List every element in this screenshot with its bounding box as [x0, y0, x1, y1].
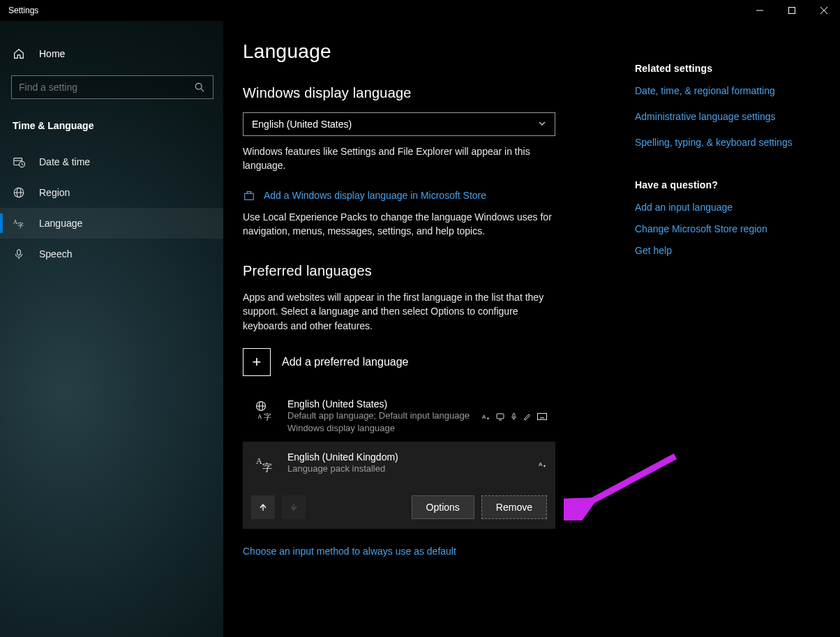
svg-text:✦: ✦: [486, 417, 490, 421]
calendar-clock-icon: [13, 156, 25, 168]
display-language-desc: Windows features like Settings and File …: [243, 144, 557, 173]
nav-item-label: Region: [39, 187, 70, 198]
svg-rect-28: [513, 414, 515, 418]
search-icon: [193, 81, 206, 93]
svg-text:字: 字: [262, 463, 272, 473]
svg-line-5: [201, 89, 204, 91]
nav-date-time[interactable]: Date & time: [0, 147, 223, 177]
display-language-select[interactable]: English (United States): [243, 112, 555, 136]
move-up-button[interactable]: [251, 495, 275, 519]
search-input[interactable]: [19, 82, 193, 93]
chevron-down-icon: [538, 119, 546, 130]
search-input-wrap[interactable]: [11, 75, 213, 99]
date-time-regional-link[interactable]: Date, time, & regional formatting: [635, 84, 805, 98]
nav-item-label: Speech: [39, 248, 72, 260]
display-language-heading: Windows display language: [243, 85, 610, 101]
plus-icon: +: [243, 348, 271, 376]
microphone-icon: [13, 248, 25, 260]
svg-rect-1: [789, 8, 795, 14]
svg-rect-30: [538, 414, 547, 420]
choose-input-method-link[interactable]: Choose an input method to always use as …: [243, 544, 610, 559]
titlebar: Settings: [0, 0, 840, 21]
window-controls: [744, 0, 840, 21]
svg-text:字: 字: [264, 412, 271, 421]
sidebar-category: Time & Language: [0, 112, 223, 147]
main-pane: Language Windows display language Englis…: [223, 21, 635, 637]
preferred-languages-desc: Apps and websites will appear in the fir…: [243, 290, 557, 333]
handwriting-icon: [523, 412, 532, 421]
svg-text:A: A: [256, 456, 262, 466]
have-question-heading: Have a question?: [635, 179, 805, 190]
svg-rect-26: [497, 414, 504, 419]
nav-speech[interactable]: Speech: [0, 239, 223, 269]
add-preferred-language-label: Add a preferred language: [282, 356, 408, 368]
options-button[interactable]: Options: [412, 495, 474, 519]
language-name: English (United Kingdom): [287, 451, 529, 463]
display-language-selected: English (United States): [252, 119, 352, 130]
add-preferred-language[interactable]: + Add a preferred language: [243, 348, 610, 376]
globe-language-icon: A 字: [251, 398, 278, 435]
language-feature-icons: A✦: [482, 398, 547, 435]
add-input-language-link[interactable]: Add an input language: [635, 200, 805, 215]
language-subtitle: Default app language; Default input lang…: [287, 410, 472, 435]
language-name: English (United States): [287, 398, 472, 410]
close-button[interactable]: [808, 0, 840, 21]
move-down-button: [282, 495, 306, 519]
nav-item-label: Language: [39, 218, 82, 229]
spelling-typing-link[interactable]: Spelling, typing, & keyboard settings: [635, 135, 805, 150]
language-item-en-us[interactable]: A 字 English (United States) Default app …: [243, 391, 555, 442]
preferred-languages-heading: Preferred languages: [243, 263, 610, 279]
nav-region[interactable]: Region: [0, 177, 223, 208]
globe-icon: [13, 186, 25, 199]
speech-mic-icon: [510, 412, 518, 421]
nav-home-label: Home: [39, 48, 65, 59]
home-icon: [13, 47, 25, 60]
admin-language-link[interactable]: Administrative language settings: [635, 110, 805, 124]
svg-text:A: A: [257, 413, 262, 420]
language-a-icon: A 字: [251, 451, 278, 475]
store-link[interactable]: Add a Windows display language in Micros…: [264, 188, 486, 203]
nav-item-label: Date & time: [39, 156, 90, 167]
language-a-icon: A字: [13, 217, 25, 230]
experience-packs-desc: Use Local Experience Packs to change the…: [243, 210, 557, 239]
sidebar: Home Time & Language Date & time: [0, 21, 223, 637]
change-store-region-link[interactable]: Change Microsoft Store region: [635, 222, 805, 237]
display-icon: [496, 412, 504, 421]
related-settings-heading: Related settings: [635, 63, 805, 74]
maximize-button[interactable]: [776, 0, 808, 21]
svg-text:字: 字: [17, 222, 24, 229]
language-feature-icons: A✦: [539, 451, 547, 475]
nav-home[interactable]: Home: [0, 40, 223, 67]
svg-rect-16: [17, 250, 21, 255]
keyboard-icon: [537, 413, 547, 420]
language-subtitle: Language pack installed: [287, 463, 529, 475]
right-pane: Related settings Date, time, & regional …: [635, 21, 819, 637]
text-to-speech-icon: A✦: [482, 412, 490, 421]
language-item-en-gb[interactable]: A 字 English (United Kingdom) Language pa…: [243, 442, 555, 528]
window-title: Settings: [8, 6, 38, 15]
text-to-speech-icon: A✦: [539, 460, 547, 468]
svg-point-4: [195, 83, 202, 89]
svg-text:✦: ✦: [543, 464, 546, 468]
page-title: Language: [243, 40, 610, 63]
minimize-button[interactable]: [744, 0, 776, 21]
store-icon: [243, 189, 255, 202]
nav-language[interactable]: A字 Language: [0, 208, 223, 239]
get-help-link[interactable]: Get help: [635, 243, 805, 258]
svg-rect-18: [245, 193, 254, 200]
svg-text:A: A: [13, 219, 17, 225]
remove-button[interactable]: Remove: [481, 495, 547, 519]
